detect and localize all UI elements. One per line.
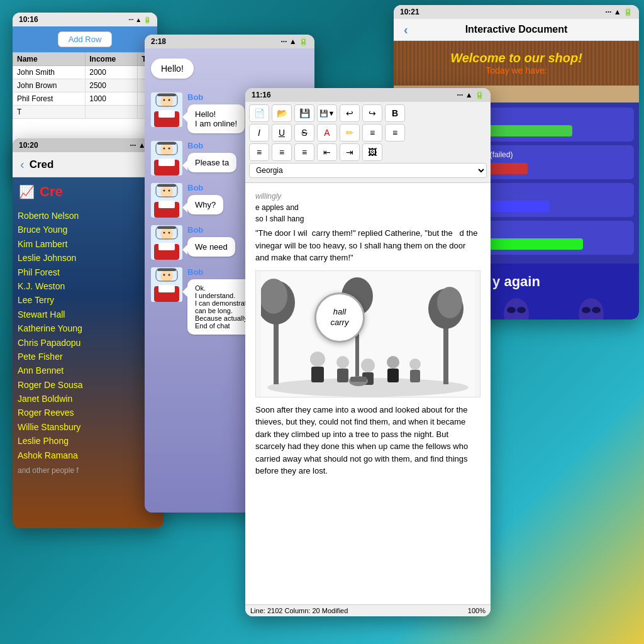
cell-name[interactable]: T: [13, 106, 86, 119]
editor-status-bar: 11:16 ··· ▲ 🔋: [245, 88, 491, 102]
credits-logo-area: 📈 Cre: [13, 177, 164, 206]
align-right-button[interactable]: ≡: [385, 124, 405, 142]
svg-point-30: [169, 232, 170, 234]
svg-rect-36: [158, 285, 175, 292]
svg-point-68: [517, 307, 526, 313]
svg-rect-40: [157, 269, 176, 271]
svg-rect-24: [157, 184, 176, 187]
align-left-button[interactable]: ≡: [362, 124, 382, 142]
chat-sender-name: Bob: [187, 141, 236, 150]
svg-point-6: [169, 99, 170, 101]
interactive-time: 10:21: [400, 8, 419, 16]
cell-income[interactable]: 1000: [86, 92, 138, 106]
svg-point-10: [160, 143, 173, 156]
spreadsheet-status-icons: ··· ▲ 🔋: [128, 16, 151, 23]
cell-name[interactable]: Phil Forest: [13, 92, 86, 106]
graph-icon: 📈: [19, 184, 35, 199]
shop-banner: Welcome to our shop! Today we have:: [394, 41, 639, 86]
underline-button[interactable]: U: [272, 124, 292, 142]
avatar: [151, 183, 182, 218]
editor-status-text: Line: 2102 Column: 20 Modified: [250, 607, 348, 614]
magnifier-content: hallcarry: [331, 307, 349, 328]
credits-back-button[interactable]: ‹: [20, 157, 25, 172]
alien-icon: [572, 296, 610, 319]
cell-name[interactable]: John Brown: [13, 79, 86, 92]
new-file-button[interactable]: 📄: [249, 104, 269, 122]
list-item: Pete Fisher: [18, 350, 158, 364]
editor-content-area[interactable]: willingly e apples and so I shall hang "…: [245, 183, 491, 485]
align-full-left-button[interactable]: ≡: [249, 143, 269, 161]
highlight-button[interactable]: ✏: [340, 124, 360, 142]
svg-rect-52: [311, 367, 324, 382]
col-name-header: Name: [13, 53, 86, 66]
col-income-header: Income: [86, 53, 138, 66]
list-item: Chris Papadopu: [18, 336, 158, 350]
toolbar-row-4: Georgia Arial Times New Roman: [249, 163, 487, 178]
cell-name[interactable]: John Smith: [13, 66, 86, 79]
insert-image-button[interactable]: 🖼: [362, 143, 382, 161]
svg-point-22: [169, 190, 170, 192]
svg-point-48: [437, 287, 462, 318]
save-as-button[interactable]: 💾▼: [317, 104, 337, 122]
credits-nav-title: Cred: [30, 158, 54, 171]
avatar: [151, 92, 182, 127]
list-item: Ashok Ramana: [18, 448, 158, 462]
spreadsheet-header: Add Row: [13, 26, 157, 52]
cell-income[interactable]: 2000: [86, 66, 138, 79]
today-text: Today we have:: [404, 65, 629, 75]
list-item: Lee Terry: [18, 293, 158, 307]
table-row: Phil Forest 1000: [13, 92, 157, 106]
list-item-footer: and other people f: [18, 465, 158, 477]
indent-decrease-button[interactable]: ⇤: [317, 143, 337, 161]
chat-status-bar: 2:18 ··· ▲ 🔋: [145, 35, 314, 48]
credits-app-title: Cre: [40, 184, 63, 200]
editor-statusbar: Line: 2102 Column: 20 Modified 100%: [245, 604, 491, 616]
editor-paragraph2: Soon after they came into a wood and loo…: [255, 404, 480, 477]
cell-income[interactable]: 2500: [86, 79, 138, 92]
editor-app: 11:16 ··· ▲ 🔋 📄 📂 💾 💾▼ ↩ ↪ B I U S A ✏ ≡…: [245, 88, 491, 616]
align-center-button[interactable]: ≡: [272, 143, 292, 161]
interactive-status-icons: ··· ▲ 🔋: [605, 8, 633, 16]
svg-rect-12: [158, 158, 175, 166]
svg-rect-62: [350, 377, 367, 382]
interactive-nav: ‹ Interactive Document: [394, 19, 639, 41]
interactive-back-button[interactable]: ‹: [404, 23, 408, 37]
svg-rect-54: [337, 369, 348, 382]
list-item: K.J. Weston: [18, 279, 158, 293]
editor-text-line: so I shall hang: [255, 213, 480, 225]
svg-point-14: [169, 148, 170, 150]
svg-rect-16: [157, 142, 176, 145]
svg-rect-32: [157, 226, 176, 229]
credits-list: Roberto Nelson Bruce Young Kim Lambert L…: [13, 206, 164, 479]
redo-button[interactable]: ↪: [362, 104, 382, 122]
save-button[interactable]: 💾: [294, 104, 314, 122]
font-selector[interactable]: Georgia Arial Times New Roman: [249, 163, 487, 178]
svg-rect-28: [158, 243, 175, 250]
chat-sender-name: Bob: [187, 183, 223, 192]
svg-point-71: [592, 307, 601, 313]
list-item: Roger Reeves: [18, 406, 158, 419]
list-item: Leslie Phong: [18, 434, 158, 448]
welcome-text: Welcome to our shop!: [404, 51, 629, 65]
svg-point-29: [164, 232, 165, 234]
align-full-right-button[interactable]: ≡: [294, 143, 314, 161]
indent-increase-button[interactable]: ⇥: [340, 143, 360, 161]
svg-point-13: [164, 148, 165, 150]
open-file-button[interactable]: 📂: [272, 104, 292, 122]
add-row-button[interactable]: Add Row: [58, 31, 113, 47]
list-item: Willie Stansbury: [18, 420, 158, 434]
list-item: Ann Bennet: [18, 364, 158, 377]
cell-income[interactable]: [86, 106, 138, 119]
undo-button[interactable]: ↩: [340, 104, 360, 122]
bold-button[interactable]: B: [385, 104, 405, 122]
avatar: [151, 225, 182, 260]
chat-bubble: We need: [187, 237, 235, 257]
italic-button[interactable]: I: [249, 124, 269, 142]
strikethrough-button[interactable]: S: [294, 124, 314, 142]
svg-rect-3: [158, 110, 175, 118]
svg-point-51: [310, 352, 325, 367]
text-color-button[interactable]: A: [317, 124, 337, 142]
editor-text-line: e apples and: [255, 202, 480, 213]
list-item: Stewart Hall: [18, 308, 158, 321]
svg-rect-20: [158, 201, 175, 208]
